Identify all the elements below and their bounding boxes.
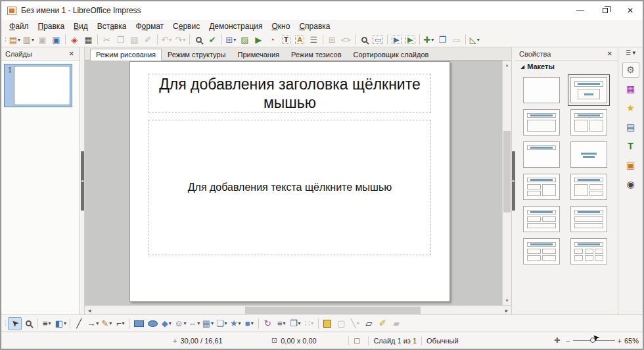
fit-slide-icon[interactable]: ✚ (554, 336, 560, 345)
close-button[interactable]: ✕ (618, 1, 643, 20)
properties-panel-close-button[interactable]: ✕ (606, 50, 614, 57)
spelling-button[interactable]: ✔ (206, 33, 219, 46)
fontwork-button[interactable]: A (293, 33, 307, 46)
zoom-in-button[interactable]: + (618, 337, 622, 345)
insert-image-button[interactable]: ▨ (238, 33, 252, 46)
duplicate-slide-button[interactable]: ❐ (436, 33, 449, 46)
tab-outline[interactable]: Режим структуры (162, 49, 232, 61)
splitter-collapse-icon[interactable]: ◂ (81, 151, 84, 211)
scroll-up-icon[interactable]: ▲ (503, 61, 511, 70)
menu-file[interactable]: Файл (5, 20, 34, 32)
3d-objects-button[interactable]: ■▾ (242, 317, 256, 330)
zoom-percent[interactable]: 65% (624, 337, 639, 345)
stars-banners-button[interactable]: ★▾ (229, 317, 242, 330)
layout-2content-content[interactable] (523, 174, 560, 200)
export-pdf-button[interactable]: ◈ (68, 33, 81, 46)
layout-title-only[interactable] (523, 141, 560, 168)
sidebar-tab-animation[interactable]: ★ (622, 100, 639, 116)
block-arrows-button[interactable]: ⇔▾ (187, 317, 201, 330)
curve-button[interactable]: ✎▾ (100, 317, 114, 330)
menu-slideshow[interactable]: Демонстрация (204, 20, 267, 32)
sidebar-tab-styles[interactable]: T (622, 138, 639, 154)
menu-edit[interactable]: Правка (34, 20, 70, 32)
slide-properties-button[interactable]: ◺▾ (468, 33, 482, 46)
menu-view[interactable]: Вид (69, 20, 93, 32)
slide-page[interactable]: Для добавления заголовка щёлкните мышью … (129, 61, 450, 302)
horizontal-scroll-track[interactable] (94, 306, 502, 314)
insert-line-button[interactable]: ╱ (72, 317, 86, 330)
insert-textbox-button[interactable]: T (279, 33, 293, 46)
layout-2content-over-content[interactable] (523, 206, 560, 232)
rectangle-button[interactable] (132, 317, 146, 330)
title-placeholder[interactable]: Для добавления заголовка щёлкните мышью (149, 74, 431, 113)
sidebar-tab-slide-transition[interactable]: ▦ (622, 81, 639, 97)
align-button[interactable]: ≡▾ (275, 317, 288, 330)
layouts-section-header[interactable]: ◢ Макеты (515, 61, 618, 72)
insert-media-button[interactable]: ▶ (252, 33, 265, 46)
sidebar-tab-navigator[interactable]: ◉ (622, 176, 639, 192)
tab-notes[interactable]: Примечания (232, 49, 286, 61)
scroll-right-icon[interactable]: ▶ (502, 306, 511, 314)
basic-shapes-button[interactable]: ◆▾ (160, 317, 173, 330)
horizontal-scrollbar[interactable]: ◀ ▶ (85, 305, 511, 314)
points-button[interactable]: ▱ (362, 317, 376, 330)
layout-6content[interactable] (570, 238, 607, 264)
slides-panel-splitter[interactable]: ◂ (80, 47, 85, 314)
insert-table-button[interactable]: ⊞▾ (224, 33, 238, 46)
slides-panel-close-button[interactable]: ✕ (68, 50, 76, 57)
toolbar-grip-icon[interactable]: ⁞ (5, 36, 6, 43)
print-button[interactable]: ▦ (81, 33, 95, 46)
new-button[interactable]: ▤▾ (8, 33, 22, 46)
document-modified-icon[interactable]: ▢ (354, 336, 360, 345)
layout-blank[interactable] (523, 77, 560, 103)
layout-content-2content[interactable] (570, 174, 607, 200)
sidebar-tab-properties[interactable]: ⚙ (622, 62, 639, 78)
sidebar-tab-master-slides[interactable]: ▤ (622, 119, 639, 135)
ellipse-button[interactable] (146, 317, 160, 330)
layout-centered-text[interactable] (570, 141, 607, 168)
body-placeholder[interactable]: Для добавления текста щёлкните мышью (149, 120, 431, 255)
tab-drawing[interactable]: Режим рисования (90, 49, 162, 61)
scroll-down-icon[interactable]: ▼ (503, 296, 511, 305)
line-style-button[interactable]: ≡▾ (40, 317, 54, 330)
vertical-scroll-thumb[interactable] (503, 131, 511, 213)
connectors-button[interactable]: ⌐▾ (114, 317, 127, 330)
menu-insert[interactable]: Вставка (93, 20, 131, 32)
arrange-button[interactable]: ❐▾ (288, 317, 302, 330)
open-button[interactable]: ▥▾ (22, 33, 35, 46)
sidebar-menu-button[interactable]: ☰ ▾ (626, 49, 635, 56)
glue-points-button[interactable]: ✐ (376, 317, 390, 330)
horizontal-scroll-thumb[interactable] (245, 307, 421, 314)
menu-window[interactable]: Окно (267, 20, 295, 32)
rotate-button[interactable]: ↻ (261, 317, 275, 330)
callouts-button[interactable]: ❏▾ (215, 317, 229, 330)
slide-layout-name[interactable]: Обычный (426, 337, 459, 345)
lines-arrows-button[interactable]: →▾ (86, 317, 100, 330)
tab-sorter[interactable]: Сортировщик слайдов (348, 49, 435, 61)
restore-button[interactable] (593, 1, 618, 20)
insert-chart-button[interactable]: ◔ (265, 33, 279, 46)
start-from-first-slide-button[interactable]: ▶ (390, 33, 403, 46)
start-from-current-slide-button[interactable]: ▶ (403, 33, 417, 46)
layout-content-over-content[interactable] (570, 206, 607, 232)
tab-handout[interactable]: Режим тезисов (285, 49, 348, 61)
sidebar-tab-gallery[interactable]: ▣ (622, 157, 639, 173)
shadow-button[interactable] (321, 317, 334, 330)
zoom-button[interactable] (357, 33, 371, 46)
zoom-tool-button[interactable] (22, 317, 35, 330)
select-button[interactable]: ➤ (8, 317, 22, 330)
header-footer-button[interactable]: ☰ (307, 33, 321, 46)
drawbar-grip-icon[interactable]: ⁞ (5, 320, 6, 327)
flowchart-button[interactable]: ▦▾ (201, 317, 215, 330)
layout-title-content[interactable] (570, 77, 607, 103)
vertical-scroll-track[interactable] (503, 70, 511, 296)
save-as-button[interactable]: ▣ (49, 33, 63, 46)
vertical-scrollbar[interactable]: ▲ ▼ (502, 61, 511, 305)
layout-title-2content[interactable] (570, 109, 607, 136)
menu-tools[interactable]: Сервис (168, 20, 204, 32)
fill-color-button[interactable]: ◧▾ (54, 317, 68, 330)
menu-help[interactable]: Справка (294, 20, 334, 32)
minimize-button[interactable]: — (568, 1, 593, 20)
symbol-shapes-button[interactable]: ☺▾ (173, 317, 187, 330)
menu-format[interactable]: Формат (131, 20, 168, 32)
